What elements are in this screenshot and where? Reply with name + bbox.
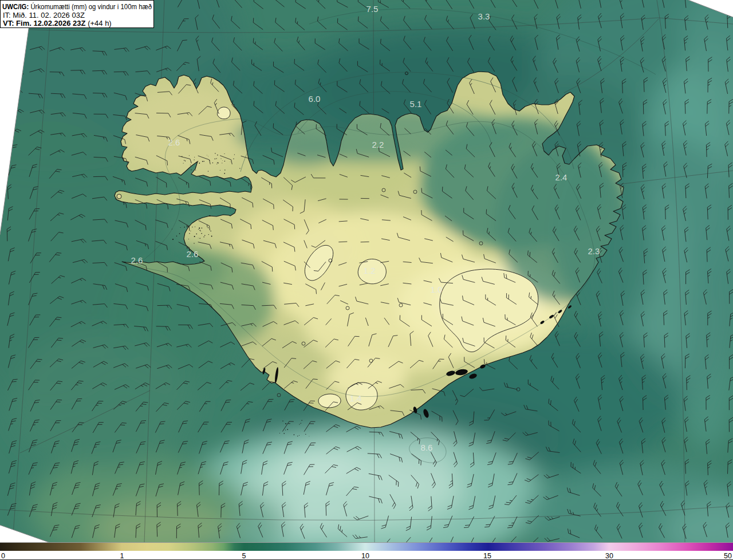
svg-text:7.5: 7.5 — [366, 4, 379, 14]
svg-text:2.3: 2.3 — [588, 246, 600, 256]
svg-text:1: 1 — [120, 552, 124, 560]
svg-text:1.0: 1.0 — [431, 285, 443, 294]
svg-text:6.0: 6.0 — [309, 94, 321, 104]
svg-text:2.4: 2.4 — [555, 172, 568, 182]
svg-text:2.2: 2.2 — [372, 140, 384, 149]
svg-text:15: 15 — [483, 552, 491, 560]
svg-text:3.3: 3.3 — [478, 11, 490, 21]
svg-text:1.4: 1.4 — [350, 393, 362, 403]
svg-text:8.6: 8.6 — [421, 443, 433, 452]
svg-text:VT: Fim. 12.02.2026 23Z (+44 h: VT: Fim. 12.02.2026 23Z (+44 h) — [3, 19, 112, 27]
svg-text:5.1: 5.1 — [410, 99, 422, 109]
svg-text:0: 0 — [1, 552, 5, 560]
svg-text:2.6: 2.6 — [187, 249, 199, 259]
svg-text:50: 50 — [724, 552, 732, 560]
svg-text:30: 30 — [605, 552, 613, 560]
svg-text:IT: Mið. 11. 02. 2026 03Z: IT: Mið. 11. 02. 2026 03Z — [3, 11, 85, 19]
svg-text:5: 5 — [242, 552, 246, 560]
svg-text:10: 10 — [361, 552, 369, 560]
svg-text:2.6: 2.6 — [131, 255, 143, 265]
svg-text:2.6: 2.6 — [168, 137, 180, 147]
svg-text:1.2: 1.2 — [364, 266, 376, 275]
svg-text:UWC/IG: Úrkomumætti (mm) og vi: UWC/IG: Úrkomumætti (mm) og vindur i 100… — [2, 2, 152, 11]
